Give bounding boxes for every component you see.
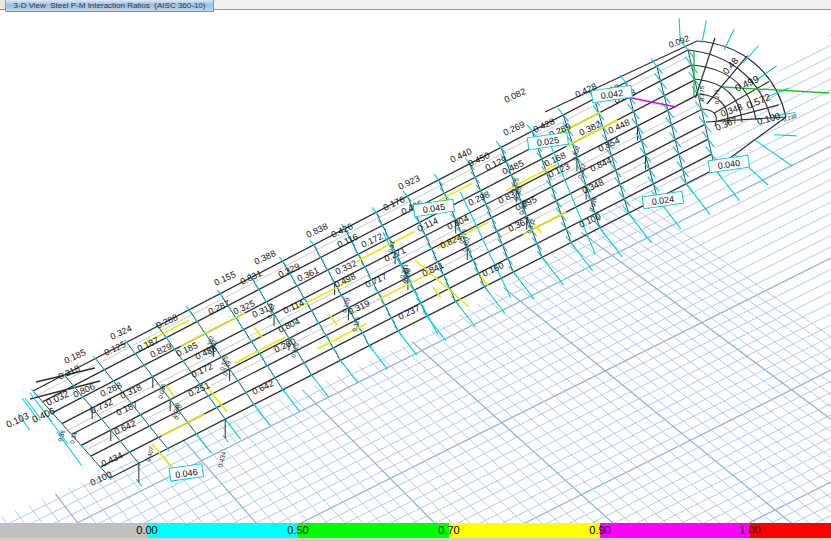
svg-text:0.388: 0.388 — [253, 248, 278, 267]
svg-text:0.804: 0.804 — [277, 316, 302, 335]
svg-text:0.269: 0.269 — [502, 119, 527, 138]
svg-text:0.287: 0.287 — [207, 298, 232, 317]
svg-text:0.187: 0.187 — [115, 399, 140, 418]
svg-text:0.275: 0.275 — [699, 85, 705, 101]
svg-text:0.324: 0.324 — [109, 323, 134, 342]
svg-text:0.318: 0.318 — [119, 382, 144, 401]
svg-text:0.114: 0.114 — [416, 216, 440, 234]
svg-text:0.100: 0.100 — [756, 110, 782, 127]
svg-text:0.092: 0.092 — [667, 33, 691, 50]
svg-text:0.298: 0.298 — [467, 189, 492, 208]
svg-text:0.434: 0.434 — [100, 450, 125, 469]
svg-text:0.642: 0.642 — [251, 378, 276, 397]
svg-text:0.717: 0.717 — [364, 271, 389, 290]
svg-text:0.237: 0.237 — [397, 303, 422, 322]
svg-text:0.448: 0.448 — [607, 117, 632, 136]
svg-text:0.844: 0.844 — [589, 155, 614, 174]
svg-text:0.103: 0.103 — [4, 410, 30, 430]
svg-text:0.854: 0.854 — [597, 135, 622, 154]
svg-text:0.082: 0.082 — [503, 86, 528, 105]
svg-text:0.160: 0.160 — [481, 260, 506, 279]
svg-text:0.406: 0.406 — [30, 405, 56, 425]
svg-text:0.155: 0.155 — [213, 269, 238, 288]
svg-text:0.185: 0.185 — [63, 347, 88, 366]
svg-text:0.407: 0.407 — [145, 446, 155, 463]
svg-text:0.923: 0.923 — [397, 173, 422, 192]
svg-text:0.114: 0.114 — [282, 298, 306, 316]
svg-text:0.302: 0.302 — [571, 145, 581, 162]
svg-text:0.271: 0.271 — [714, 88, 720, 104]
svg-text:0.838: 0.838 — [305, 221, 330, 240]
svg-text:0.172: 0.172 — [190, 361, 215, 380]
svg-text:0.367: 0.367 — [714, 115, 739, 133]
